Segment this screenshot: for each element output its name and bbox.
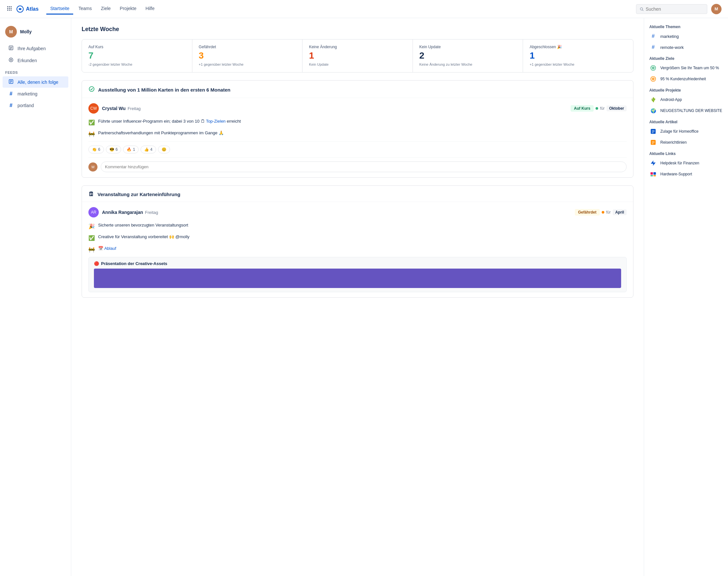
top-ziele-link[interactable]: Top-Zielen [206,119,226,124]
svg-rect-8 [11,10,12,11]
stat-no-update-sub: Keine Änderung zu letzter Woche [420,62,516,67]
svg-rect-3 [7,8,8,9]
svg-rect-0 [7,6,8,7]
right-item-homeoffice-label: Zulage für Homeoffice [660,129,699,134]
portland-label: portland [18,103,34,108]
feed-item-1-1-text: Partnerschaftsverhandlungen mit Punktepr… [98,130,224,136]
svg-point-17 [10,59,12,60]
right-item-android-label: Android-App [660,97,682,102]
reaction-smile[interactable]: 😊 [158,146,170,153]
right-item-goal-2[interactable]: 95 % Kundenzufriedenheit [649,75,723,83]
sub-card-icon: 🔴 [94,261,99,266]
reactions-row-1: 👏 6 😎 6 🔥 1 👍 4 😊 [88,141,627,157]
feed-card-2-user-row: AR Annika Rangarajan Freitag Gefährdet f… [88,207,627,218]
sidebar-user: M Molly [0,23,71,40]
feed-card-1-status: Auf Kurs für Oktober [571,105,627,112]
svg-rect-40 [651,175,653,176]
nav-ziele[interactable]: Ziele [97,3,115,15]
right-item-remote-work-label: remote-work [660,45,684,50]
right-item-website[interactable]: 🌍 NEUGESTALTUNG DER WEBSITE [649,107,723,115]
right-item-marketing[interactable]: # marketing [649,32,723,40]
stat-no-change-value: 1 [309,51,406,60]
app-logo[interactable]: Atlas [16,5,38,13]
stat-no-update-label: Kein Update [420,45,516,49]
nav-hilfe[interactable]: Hilfe [141,3,158,15]
sidebar-item-explore[interactable]: Erkunden [3,55,68,66]
right-item-goal-2-label: 95 % Kundenzufriedenheit [660,77,706,81]
svg-rect-5 [11,8,12,9]
feed-card-2-status: Gefährdet für April [575,209,627,215]
nav-startseite[interactable]: Startseite [46,3,73,15]
stat-at-risk-value: 3 [199,51,296,60]
right-item-hardware[interactable]: Hardware-Support [649,170,723,178]
right-item-remote-work[interactable]: # remote-work [649,44,723,51]
feed-item-2-2: 🚧 📅 Ablauf [88,245,627,254]
feed-card-1-title[interactable]: Ausstellung von 1 Million Karten in den … [98,87,230,92]
feed-item-2-1: ✅ Creative für Veranstaltung vorbereitet… [88,234,627,242]
feed-card-2-header: 🗓 Veranstaltung zur Karteneinführung [82,186,633,202]
right-item-homeoffice[interactable]: Zulage für Homeoffice [649,127,723,135]
svg-rect-39 [653,172,656,175]
reaction-clap[interactable]: 👏 6 [88,146,104,153]
search-box[interactable] [636,4,707,14]
svg-marker-37 [651,161,656,166]
homeoffice-article-icon [649,127,657,135]
right-item-android[interactable]: 🌵 Android-App [649,96,723,104]
feed-card-2-title[interactable]: Veranstaltung zur Karteneinführung [98,192,180,197]
right-artikel-title: Aktuelle Artikel [649,120,723,124]
nav-links: Startseite Teams Ziele Projekte Hilfe [46,3,636,15]
user-avatar[interactable]: M [711,4,722,14]
helpdesk-link-icon [649,159,657,167]
feed-item-1-1: 🚧 Partnerschaftsverhandlungen mit Punkte… [88,130,627,138]
sidebar-user-name: Molly [20,29,32,34]
comment-input-1[interactable] [101,162,627,172]
right-item-helpdesk[interactable]: Helpdesk für Finanzen [649,159,723,167]
nav-projekte[interactable]: Projekte [116,3,140,15]
stat-no-change-label: Keine Änderung [309,45,406,49]
feed-card-1-icon [88,86,95,94]
svg-rect-41 [653,175,656,176]
search-icon [640,7,644,11]
right-item-goal-1[interactable]: Vergrößern Sie Ihr Team um 50 % [649,64,723,72]
stat-at-risk-sub: +1 gegenüber letzter Woche [199,62,296,67]
goal-green-icon [649,64,657,72]
svg-rect-1 [9,6,10,7]
right-item-reiserichtlinien[interactable]: Reiserichtlinien [649,139,723,146]
stat-no-update-value: 2 [420,51,516,60]
stat-no-update: Kein Update 2 Keine Änderung zu letzter … [413,39,523,72]
sidebar-item-marketing[interactable]: # marketing [3,88,68,99]
reaction-cool[interactable]: 😎 6 [106,146,122,153]
all-feeds-icon [8,79,14,85]
sidebar-item-tasks[interactable]: Ihre Aufgaben [3,43,68,54]
feed-item-1-0-text: Führte unser Influencer-Programm ein; da… [98,118,241,124]
feed-card-2-user-name: Annika Rangarajan [102,210,143,215]
reaction-thumbsup[interactable]: 👍 4 [140,146,156,153]
marketing-hash-icon: # [8,91,14,97]
construction2-icon: 🚧 [88,246,95,254]
right-item-reiserichtlinien-label: Reiserichtlinien [660,140,686,145]
status-dot-green [596,107,598,110]
svg-rect-6 [7,10,8,11]
sidebar-item-all-feeds[interactable]: Alle, denen ich folge [3,76,68,88]
all-feeds-label: Alle, denen ich folge [18,80,58,85]
feed-card-2-icon: 🗓 [88,191,94,198]
marketing-label: marketing [18,91,37,96]
sidebar-item-portland[interactable]: # portland [3,100,68,111]
right-item-website-label: NEUGESTALTUNG DER WEBSITE [660,108,722,113]
sidebar-avatar: M [5,26,17,37]
feed-item-2-0-text: Sicherte unseren bevorzugten Veranstaltu… [98,222,188,228]
nav-teams[interactable]: Teams [75,3,96,15]
commenter-avatar-1: M [88,163,98,172]
search-input[interactable] [646,6,704,12]
stat-on-track-sub: -2 gegenüber letzter Woche [88,62,186,67]
ablauf-link[interactable]: Ablauf [104,246,116,251]
reaction-fire[interactable]: 🔥 1 [123,146,139,153]
sub-card-presentation: 🔴 Präsentation der Creative-Assets [88,257,627,292]
party-icon: 🎉 [88,223,95,230]
feed-card-1-user-row: CW Crystal Wu Freitag Auf Kurs für Oktob… [88,103,627,114]
grid-icon[interactable] [6,5,12,12]
svg-point-16 [9,58,13,62]
right-projekte-title: Aktuelle Projekte [649,88,723,92]
marketing-hash-icon-right: # [649,32,657,40]
sub-card-preview [94,268,621,288]
